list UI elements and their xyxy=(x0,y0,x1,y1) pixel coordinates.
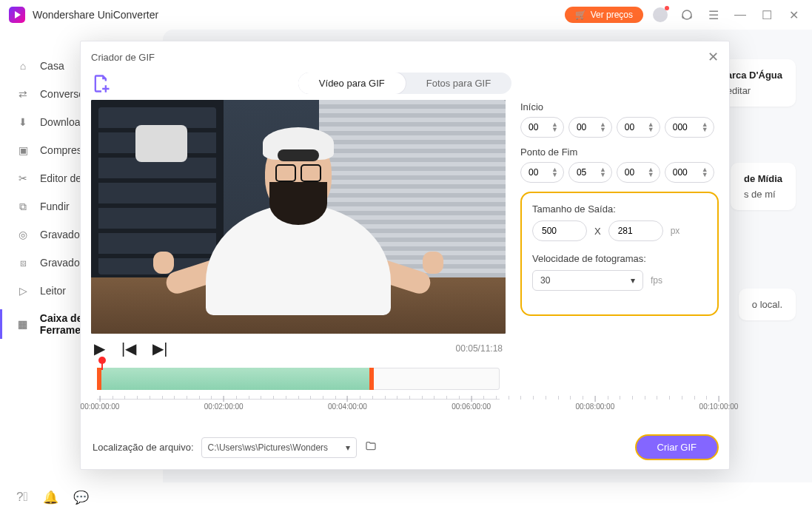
prev-frame-button[interactable]: |◀ xyxy=(121,340,136,357)
bell-icon[interactable]: 🔔 xyxy=(43,490,58,505)
chevron-down-icon: ▾ xyxy=(346,442,350,453)
menu-icon[interactable]: ☰ xyxy=(704,5,723,24)
timeline[interactable] xyxy=(91,363,506,396)
output-settings-box: Tamanho de Saída: X px Velocidade de fot… xyxy=(520,192,719,316)
end-label: Ponto de Fim xyxy=(520,146,719,158)
sidebar-item-label: Download xyxy=(40,116,86,128)
ruler-tick: 00:08:00:00 xyxy=(575,396,614,411)
support-icon[interactable] xyxy=(677,5,697,24)
window-minimize[interactable]: — xyxy=(731,5,750,24)
video-preview[interactable] xyxy=(91,100,506,334)
end-hours-input[interactable]: ▲▼ xyxy=(520,162,564,183)
open-folder-button[interactable] xyxy=(364,440,378,455)
account-icon[interactable] xyxy=(651,5,670,24)
end-minutes-input[interactable]: ▲▼ xyxy=(568,162,612,183)
file-location-select[interactable]: C:\Users\ws\Pictures\Wonders ▾ xyxy=(201,437,357,458)
ruler-tick: 00:02:00:00 xyxy=(204,396,244,411)
gif-creator-modal: Criador de GIF ✕ Vídeo para GIF Fotos pa… xyxy=(80,41,730,470)
sidebar-item-label: Fundir xyxy=(40,201,70,212)
start-ms-input[interactable]: ▲▼ xyxy=(665,117,714,138)
titlebar: Wondershare UniConverter 🛒 Ver preços ☰ … xyxy=(0,0,812,30)
px-unit-label: px xyxy=(671,226,680,236)
fps-label: Velocidade de fotogramas: xyxy=(532,253,707,264)
sidebar-item-label: Leitor xyxy=(40,285,66,297)
timeline-playhead[interactable] xyxy=(101,361,103,370)
start-hours-input[interactable]: ▲▼ xyxy=(520,117,564,138)
create-gif-button[interactable]: Criar GIF xyxy=(637,436,717,459)
fps-select[interactable]: 30 ▾ xyxy=(532,270,643,291)
modal-title: Criador de GIF xyxy=(91,52,155,63)
tab-photos-to-gif[interactable]: Fotos para GIF xyxy=(406,73,511,94)
start-seconds-input[interactable]: ▲▼ xyxy=(617,117,660,138)
ruler-tick: 00:10:00:00 xyxy=(699,396,739,411)
home-icon: ⌂ xyxy=(16,59,30,73)
bg-card: de Mídia s de mí xyxy=(731,163,796,210)
play-button[interactable]: ▶ xyxy=(94,340,105,357)
ruler-tick: 00:04:00:00 xyxy=(328,396,367,411)
convert-icon: ⇄ xyxy=(16,87,30,101)
view-prices-label: Ver preços xyxy=(591,10,633,20)
file-location-value: C:\Users\ws\Pictures\Wonders xyxy=(208,442,329,453)
cart-icon: 🛒 xyxy=(575,10,586,20)
view-prices-button[interactable]: 🛒 Ver preços xyxy=(565,7,643,23)
ruler-tick: 00:00:00:00 xyxy=(81,396,120,411)
file-location-label: Localização de arquivo: xyxy=(93,442,194,453)
bg-card: o local. xyxy=(739,289,796,320)
size-separator: X xyxy=(594,226,601,237)
app-title: Wondershare UniConverter xyxy=(33,9,158,21)
tab-video-to-gif[interactable]: Vídeo para GIF xyxy=(298,73,406,94)
add-file-icon[interactable] xyxy=(91,73,112,94)
feedback-icon[interactable]: 💬 xyxy=(73,490,89,505)
disc-icon: ◎ xyxy=(16,228,30,241)
bg-card-title: de Mídia xyxy=(744,173,782,184)
ruler-tick: 00:06:00:00 xyxy=(452,396,491,411)
record-icon: ⧇ xyxy=(16,256,30,269)
player-icon: ▷ xyxy=(16,284,30,297)
output-size-label: Tamanho de Saída: xyxy=(532,203,707,215)
download-icon: ⬇ xyxy=(16,115,30,129)
modal-close-button[interactable]: ✕ xyxy=(708,49,719,65)
window-maximize[interactable]: ☐ xyxy=(757,5,776,24)
compress-icon: ▣ xyxy=(16,144,30,157)
merge-icon: ⧉ xyxy=(16,200,30,213)
timeline-selection[interactable] xyxy=(97,368,374,390)
playback-time: 00:05/11:18 xyxy=(456,343,503,354)
time-ruler: 00:00:00:0000:02:00:0000:04:00:0000:06:0… xyxy=(91,396,506,417)
sidebar-item-label: Casa xyxy=(40,60,64,72)
window-close[interactable]: ✕ xyxy=(784,5,803,24)
mode-tabs: Vídeo para GIF Fotos para GIF xyxy=(298,73,511,94)
app-logo xyxy=(9,7,25,23)
start-label: Início xyxy=(520,101,719,112)
output-width-input[interactable] xyxy=(532,220,587,241)
help-icon[interactable]: ?⃝ xyxy=(16,490,28,505)
toolbox-icon: ▦ xyxy=(16,317,30,331)
scissors-icon: ✂ xyxy=(16,172,30,185)
end-ms-input[interactable]: ▲▼ xyxy=(665,162,714,183)
bg-card-sub: s de mí xyxy=(744,189,782,200)
fps-value: 30 xyxy=(540,275,550,286)
start-minutes-input[interactable]: ▲▼ xyxy=(568,117,612,138)
next-frame-button[interactable]: ▶| xyxy=(152,340,167,357)
bg-card-sub: o local. xyxy=(752,299,782,310)
fps-unit-label: fps xyxy=(651,275,662,286)
output-height-input[interactable] xyxy=(608,220,663,241)
bottombar: ?⃝ 🔔 💬 xyxy=(0,482,812,512)
end-seconds-input[interactable]: ▲▼ xyxy=(617,162,660,183)
chevron-down-icon: ▾ xyxy=(631,275,635,286)
